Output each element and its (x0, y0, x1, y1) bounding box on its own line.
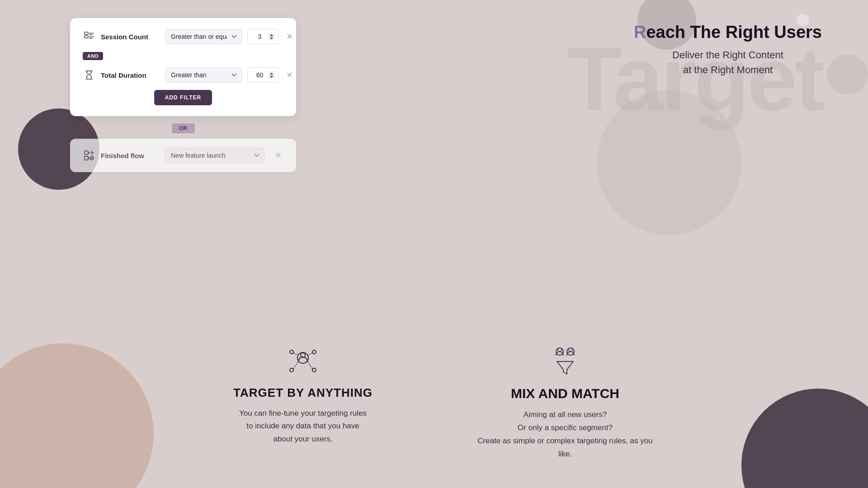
session-count-close-button[interactable]: ✕ (284, 30, 295, 43)
total-duration-value-input[interactable] (247, 67, 279, 83)
and-badge: AND (83, 52, 103, 60)
svg-point-13 (290, 368, 293, 372)
finished-flow-close-button[interactable]: ✕ (273, 149, 283, 162)
filter-card-secondary: Finished flow New feature launch Onboard… (70, 139, 296, 172)
svg-point-14 (312, 368, 316, 372)
target-icon-area (208, 345, 398, 377)
or-badge: OR (172, 123, 195, 133)
mix-and-match-block: MIX AND MATCH Aiming at all new users? O… (470, 345, 660, 461)
reach-title-rest: each The Right Users (646, 23, 822, 42)
total-duration-icon (83, 69, 95, 81)
r-letter: R (634, 23, 646, 42)
svg-line-15 (293, 353, 298, 355)
mix-desc-line3: Create as simple or complex targeting ru… (477, 436, 652, 458)
mix-icon-area (470, 345, 660, 377)
reach-subtitle-line2: at the Right Moment (683, 64, 773, 75)
bottom-section: TARGET BY ANYTHING You can fine-tune you… (0, 345, 868, 461)
mix-and-match-icon (547, 345, 583, 377)
finished-flow-icon (83, 149, 95, 162)
svg-rect-0 (85, 32, 88, 34)
filter-row-total-duration: Total Duration Greater than or equal to … (83, 67, 283, 83)
svg-rect-7 (85, 156, 88, 160)
reach-title: Reach The Right Users (615, 23, 841, 42)
right-content: Reach The Right Users Deliver the Right … (615, 23, 841, 77)
mix-desc-line1: Aiming at all new users? (524, 410, 607, 419)
svg-rect-6 (85, 151, 88, 155)
finished-flow-dropdown[interactable]: New feature launch Onboarding flow Setup… (165, 148, 264, 163)
total-duration-label: Total Duration (101, 71, 160, 79)
target-by-anything-icon (285, 345, 321, 377)
session-count-label: Session Count (101, 33, 160, 41)
svg-point-22 (569, 348, 572, 352)
finished-flow-label: Finished flow (101, 152, 160, 160)
reach-subtitle: Deliver the Right Content at the Right M… (615, 47, 841, 77)
mix-and-match-title: MIX AND MATCH (470, 386, 660, 401)
target-by-anything-title: TARGET BY ANYTHING (208, 386, 398, 400)
filter-card-main: Session Count Greater than or equal to G… (70, 18, 296, 116)
session-count-operator-select[interactable]: Greater than or equal to Greater than Le… (165, 29, 242, 44)
mix-and-match-desc: Aiming at all new users? Or only a speci… (470, 408, 660, 461)
session-count-icon (83, 30, 95, 43)
filter-row-finished-flow: Finished flow New feature launch Onboard… (83, 148, 283, 163)
svg-line-16 (307, 353, 312, 355)
target-by-anything-block: TARGET BY ANYTHING You can fine-tune you… (208, 345, 398, 445)
svg-point-11 (290, 350, 293, 354)
total-duration-close-button[interactable]: ✕ (284, 68, 295, 82)
svg-point-12 (312, 350, 316, 354)
or-badge-container: OR (70, 123, 296, 133)
left-panel: Session Count Greater than or equal to G… (70, 18, 296, 172)
reach-subtitle-line1: Deliver the Right Content (672, 49, 783, 61)
svg-line-18 (307, 361, 312, 369)
session-count-value-input[interactable] (247, 29, 279, 44)
target-by-anything-desc: You can fine-tune your targeting rulesto… (208, 407, 398, 445)
total-duration-operator-select[interactable]: Greater than or equal to Greater than Le… (165, 67, 242, 83)
svg-point-20 (558, 348, 561, 352)
svg-rect-1 (85, 36, 88, 38)
filter-row-session-count: Session Count Greater than or equal to G… (83, 29, 283, 44)
mix-desc-line2: Or only a specific segment? (518, 423, 613, 432)
svg-line-17 (293, 361, 298, 369)
add-filter-button[interactable]: ADD FILTER (154, 90, 212, 105)
